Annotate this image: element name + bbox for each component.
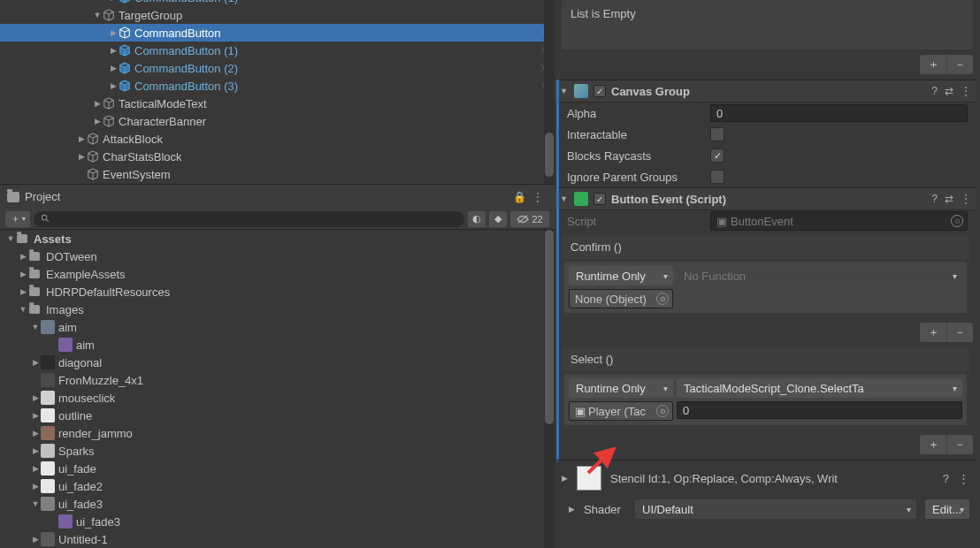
scrollbar-thumb[interactable] [545, 133, 554, 177]
hierarchy-item[interactable]: CommandButton (3)〉 [0, 77, 555, 95]
preset-icon[interactable]: ⇄ [945, 85, 953, 97]
asset-item[interactable]: ui_fade3 [0, 513, 555, 530]
menu-icon[interactable]: ⋮ [961, 193, 971, 205]
function-dropdown[interactable]: No Function [677, 266, 962, 285]
asset-item[interactable]: ui_fade3 [0, 495, 555, 513]
remove-button[interactable]: － [946, 55, 973, 74]
preset-icon[interactable]: ⇄ [945, 193, 953, 205]
hidden-toggle[interactable]: 22 [510, 211, 549, 227]
help-icon[interactable]: ? [931, 193, 938, 205]
asset-item[interactable]: DOTween [0, 247, 555, 265]
foldout-arrow-icon[interactable] [30, 535, 41, 544]
foldout-arrow-icon[interactable] [30, 358, 41, 367]
foldout-arrow-icon[interactable] [108, 46, 119, 55]
edit-button[interactable]: Edit... [925, 499, 969, 519]
create-button[interactable]: ＋▾ [5, 211, 30, 227]
asset-item[interactable]: ui_fade [0, 460, 555, 477]
shader-dropdown[interactable]: UI/Default [635, 499, 916, 519]
foldout-arrow-icon[interactable] [92, 99, 103, 108]
canvas-group-header[interactable]: ✓ Canvas Group ? ⇄ ⋮ [555, 80, 976, 103]
foldout-arrow-icon[interactable] [108, 64, 119, 72]
hierarchy-item[interactable]: CharacterBanner [0, 112, 555, 130]
target-object-field[interactable]: ▣Player (Tac ⊙ [569, 401, 673, 421]
menu-icon[interactable]: ⋮ [958, 472, 969, 485]
menu-icon[interactable]: ⋮ [961, 85, 971, 97]
hierarchy-item[interactable]: TacticalModeText [0, 95, 555, 112]
filter-label-button[interactable]: ◆ [489, 211, 507, 227]
asset-item[interactable]: FronMuzzle_4x1 [0, 371, 555, 389]
asset-item[interactable]: HDRPDefaultResources [0, 283, 555, 301]
foldout-arrow-icon[interactable] [18, 287, 28, 296]
asset-item[interactable]: aim [0, 336, 555, 354]
object-picker-icon[interactable]: ⊙ [656, 405, 669, 417]
asset-item[interactable]: outline [0, 407, 555, 424]
target-object-field[interactable]: None (Object) ⊙ [569, 289, 673, 308]
foldout-arrow-icon[interactable] [92, 117, 103, 126]
foldout-arrow-icon[interactable] [30, 482, 41, 491]
foldout-arrow-icon[interactable] [30, 464, 41, 473]
ignore-parent-checkbox[interactable] [710, 170, 724, 184]
foldout-arrow-icon[interactable] [108, 28, 119, 37]
hierarchy-item[interactable]: CommandButton (1)〉 [0, 42, 555, 59]
foldout-arrow-icon[interactable] [560, 194, 569, 203]
help-icon[interactable]: ? [931, 85, 938, 97]
asset-item[interactable]: Images [0, 301, 555, 318]
hierarchy-item[interactable]: EventSystem [0, 165, 555, 183]
add-button[interactable]: ＋ [920, 435, 946, 454]
foldout-arrow-icon[interactable]: ▶ [569, 505, 575, 514]
hierarchy-item[interactable]: CommandButton (1)〉 [0, 0, 555, 6]
call-mode-dropdown[interactable]: Runtime Only [569, 378, 673, 398]
hierarchy-item[interactable]: CommandButton〉 [0, 24, 555, 42]
hierarchy-item[interactable]: TargetGroup [0, 6, 555, 24]
function-dropdown[interactable]: TacticalModeScript_Clone.SelectTa [677, 378, 962, 398]
hierarchy-scrollbar[interactable] [544, 0, 555, 184]
object-picker-icon[interactable]: ⊙ [951, 215, 963, 227]
remove-button[interactable]: － [946, 435, 973, 454]
foldout-arrow-icon[interactable] [30, 446, 41, 455]
asset-item[interactable]: Untitled-1 [0, 530, 555, 548]
hierarchy-item[interactable]: CommandButton (2)〉 [0, 59, 555, 77]
scrollbar-thumb[interactable] [545, 230, 554, 424]
foldout-arrow-icon[interactable] [30, 429, 41, 438]
asset-item[interactable]: Sparks [0, 442, 555, 460]
add-button[interactable]: ＋ [920, 323, 946, 342]
lock-icon[interactable]: 🔒 [513, 191, 526, 203]
button-event-header[interactable]: ✓ Button Event (Script) ? ⇄ ⋮ [555, 187, 976, 210]
assets-scrollbar[interactable] [544, 230, 555, 548]
alpha-field[interactable]: 0 [710, 104, 968, 122]
foldout-arrow-icon[interactable] [30, 411, 41, 420]
foldout-arrow-icon[interactable] [18, 270, 28, 278]
search-input[interactable] [34, 211, 464, 227]
blocks-raycasts-checkbox[interactable]: ✓ [710, 148, 724, 163]
foldout-arrow-icon[interactable] [5, 234, 16, 243]
argument-field[interactable]: 0 [677, 401, 962, 419]
remove-button[interactable]: － [946, 323, 973, 342]
foldout-arrow-icon[interactable] [30, 499, 41, 508]
call-mode-dropdown[interactable]: Runtime Only [569, 266, 673, 285]
material-header[interactable]: ▶ Stencil Id:1, Op:Replace, Comp:Always,… [555, 460, 976, 496]
asset-item[interactable]: render_jammo [0, 424, 555, 442]
foldout-arrow-icon[interactable] [76, 134, 87, 143]
menu-icon[interactable]: ⋮ [528, 190, 547, 204]
foldout-arrow-icon[interactable] [560, 87, 569, 95]
filter-type-button[interactable]: ◐ [468, 211, 486, 227]
object-picker-icon[interactable]: ⊙ [656, 293, 669, 305]
asset-item[interactable]: ExampleAssets [0, 265, 555, 283]
hierarchy-item[interactable]: AttackBlock [0, 130, 555, 148]
asset-item[interactable]: Assets [0, 230, 555, 247]
add-button[interactable]: ＋ [920, 55, 946, 74]
foldout-arrow-icon[interactable] [30, 323, 41, 331]
enabled-checkbox[interactable]: ✓ [593, 85, 606, 97]
asset-item[interactable]: ui_fade2 [0, 477, 555, 495]
asset-item[interactable]: aim [0, 318, 555, 336]
asset-item[interactable]: mouseclick [0, 389, 555, 407]
foldout-arrow-icon[interactable]: ▶ [562, 474, 568, 483]
foldout-arrow-icon[interactable] [92, 11, 103, 19]
asset-item[interactable]: diagonal [0, 354, 555, 371]
help-icon[interactable]: ? [943, 472, 949, 485]
enabled-checkbox[interactable]: ✓ [593, 193, 606, 205]
foldout-arrow-icon[interactable] [18, 305, 28, 314]
foldout-arrow-icon[interactable] [30, 393, 41, 402]
foldout-arrow-icon[interactable] [108, 0, 119, 2]
foldout-arrow-icon[interactable] [108, 81, 119, 90]
